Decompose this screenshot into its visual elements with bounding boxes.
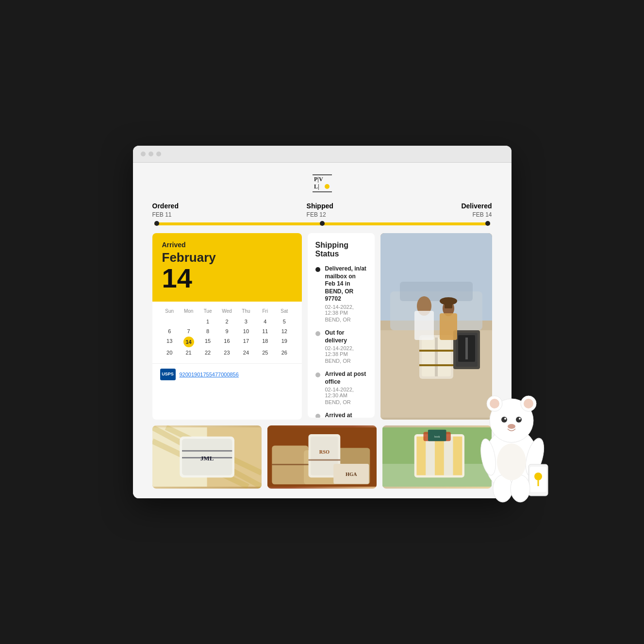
cal-day-10: 10 bbox=[236, 326, 255, 336]
cal-day-7: 7 bbox=[179, 326, 198, 336]
svg-text:P|V: P|V bbox=[314, 176, 323, 183]
browser-dot-minimize[interactable] bbox=[149, 152, 153, 156]
cal-day-2: 2 bbox=[217, 317, 236, 326]
cal-day-empty bbox=[179, 317, 198, 326]
calendar-body: Sun Mon Tue Wed Thu Fri Sat 1 2 bbox=[152, 302, 302, 363]
status-location-2: BEND, OR bbox=[325, 358, 367, 364]
svg-text:book: book bbox=[434, 435, 440, 438]
status-location-1: BEND, OR bbox=[325, 317, 367, 322]
cal-day-26: 26 bbox=[275, 348, 294, 357]
cal-day-15: 15 bbox=[198, 336, 217, 348]
svg-rect-20 bbox=[414, 311, 434, 340]
cal-day-20: 20 bbox=[160, 348, 179, 357]
svg-rect-52 bbox=[417, 437, 426, 475]
status-item-4: Arrived at USPS facility 02-13-2022, 03:… bbox=[315, 412, 367, 418]
shipping-status-card[interactable]: Shipping Status Delivered, in/at mailbox… bbox=[308, 233, 375, 418]
usps-icon: USPS bbox=[160, 369, 176, 380]
svg-rect-35 bbox=[182, 457, 232, 458]
status-text-1: Delivered, in/at mailbox on Feb 14 in BE… bbox=[325, 265, 367, 322]
weekday-fri: Fri bbox=[256, 307, 275, 315]
arrived-label: Arrived bbox=[162, 241, 292, 249]
weekday-sun: Sun bbox=[160, 307, 179, 315]
svg-text:RSO: RSO bbox=[319, 449, 330, 455]
svg-rect-53 bbox=[435, 437, 444, 475]
browser-dot-close[interactable] bbox=[141, 152, 146, 156]
bear-mascot bbox=[473, 362, 550, 498]
browser-dot-maximize[interactable] bbox=[156, 152, 161, 156]
status-item-2: Out for delivery 02-14-2022, 12:38 PM BE… bbox=[315, 329, 367, 364]
cal-day-21: 21 bbox=[179, 348, 198, 357]
dot-shipped bbox=[320, 221, 325, 226]
cal-day-13: 13 bbox=[160, 336, 179, 348]
shipped-label: Shipped FEB 12 bbox=[307, 202, 333, 219]
weekday-sat: Sat bbox=[275, 307, 294, 315]
status-meta-1: 02-14-2022, 12:38 PM bbox=[325, 304, 367, 316]
status-dot-3 bbox=[315, 373, 320, 377]
calendar-weekdays: Sun Mon Tue Wed Thu Fri Sat bbox=[160, 307, 294, 315]
cal-day-16: 16 bbox=[217, 336, 236, 348]
weekday-tue: Tue bbox=[198, 307, 217, 315]
svg-rect-18 bbox=[419, 364, 453, 366]
cal-day-24: 24 bbox=[236, 348, 255, 357]
progress-track bbox=[154, 222, 490, 225]
svg-rect-9 bbox=[400, 282, 473, 301]
calendar-card: Arrived February 14 Sun Mon Tue Wed Thu … bbox=[152, 233, 302, 420]
tracking-number[interactable]: 92001901755477000856 bbox=[180, 372, 239, 377]
svg-rect-54 bbox=[453, 437, 462, 475]
svg-rect-17 bbox=[419, 350, 453, 352]
status-meta-2: 02-14-2022, 12:38 PM bbox=[325, 345, 367, 357]
cal-day-22: 22 bbox=[198, 348, 217, 357]
luggage-photo-2: RSO HGA bbox=[267, 425, 377, 489]
svg-rect-16 bbox=[435, 338, 438, 376]
status-description-3: Arrived at post office bbox=[325, 371, 367, 386]
svg-point-76 bbox=[497, 443, 526, 480]
bear-character bbox=[473, 362, 550, 508]
svg-rect-13 bbox=[465, 338, 468, 359]
status-meta-3: 02-14-2022, 12:30 AM bbox=[325, 387, 367, 398]
cal-day-14-highlight: 14 bbox=[183, 337, 194, 347]
status-dot-4 bbox=[315, 414, 320, 418]
status-text-2: Out for delivery 02-14-2022, 12:38 PM BE… bbox=[325, 329, 367, 364]
cal-day-11: 11 bbox=[256, 326, 275, 336]
bottom-image-1: JML bbox=[152, 425, 262, 489]
arrived-header: Arrived February 14 bbox=[152, 233, 302, 302]
svg-point-63 bbox=[524, 399, 533, 408]
svg-point-3 bbox=[325, 184, 330, 189]
cal-day-12: 12 bbox=[275, 326, 294, 336]
progress-dots bbox=[154, 222, 490, 226]
progress-labels: Ordered FEB 11 Shipped FEB 12 Delivered … bbox=[152, 202, 492, 219]
main-grid: Arrived February 14 Sun Mon Tue Wed Thu … bbox=[133, 233, 512, 420]
luggage-photo-1: JML bbox=[152, 425, 262, 489]
svg-point-62 bbox=[490, 399, 499, 408]
weekday-mon: Mon bbox=[179, 307, 198, 315]
shipping-title: Shipping Status bbox=[315, 241, 367, 258]
svg-text:L|: L| bbox=[314, 183, 319, 190]
status-location-3: BEND, OR bbox=[325, 399, 367, 405]
svg-rect-22 bbox=[440, 313, 457, 340]
svg-point-65 bbox=[516, 417, 522, 423]
status-dot-2 bbox=[315, 331, 320, 336]
bottom-image-2: RSO HGA bbox=[267, 425, 377, 489]
bottom-images-grid: JML RSO bbox=[133, 420, 512, 498]
svg-point-64 bbox=[501, 417, 507, 423]
dot-delivered bbox=[485, 221, 490, 226]
ordered-label: Ordered FEB 11 bbox=[152, 202, 179, 219]
status-text-4: Arrived at USPS facility 02-13-2022, 03:… bbox=[325, 412, 367, 418]
svg-rect-46 bbox=[308, 459, 340, 461]
cal-day-25: 25 bbox=[256, 348, 275, 357]
status-text-3: Arrived at post office 02-14-2022, 12:30… bbox=[325, 371, 367, 405]
cal-day-5: 5 bbox=[275, 317, 294, 326]
status-description-1: Delivered, in/at mailbox on Feb 14 in BE… bbox=[325, 265, 367, 303]
svg-text:HGA: HGA bbox=[346, 472, 357, 477]
svg-point-66 bbox=[504, 418, 506, 420]
cal-day-empty bbox=[160, 317, 179, 326]
browser-window: P|V L| Ordered FEB 11 Shipped FEB 12 Del… bbox=[133, 146, 512, 498]
status-description-2: Out for delivery bbox=[325, 329, 367, 344]
dot-ordered bbox=[154, 221, 159, 226]
arrived-day: 14 bbox=[162, 265, 292, 292]
cal-day-4: 4 bbox=[256, 317, 275, 326]
weekday-wed: Wed bbox=[217, 307, 236, 315]
delivered-label: Delivered FEB 14 bbox=[461, 202, 492, 219]
svg-point-67 bbox=[519, 418, 521, 420]
cal-day-19: 19 bbox=[275, 336, 294, 348]
